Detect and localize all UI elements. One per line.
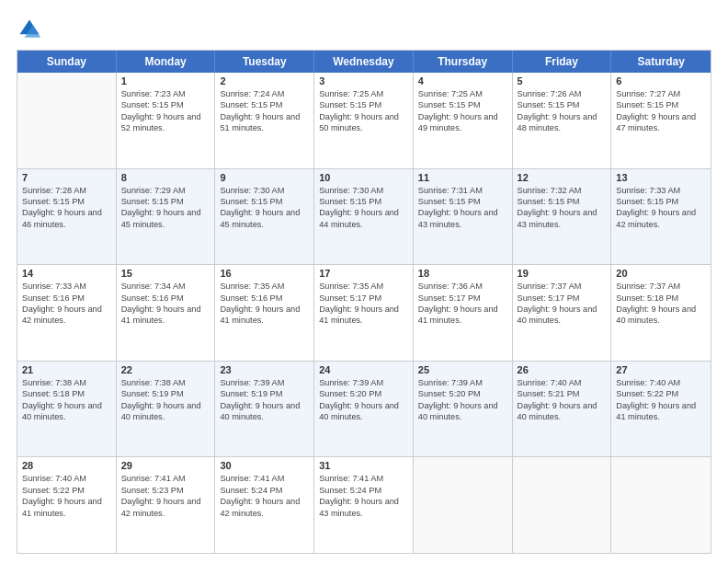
daylight-text: Daylight: 9 hours and 45 minutes. (220, 207, 309, 230)
calendar-cell-r2c5: 19Sunrise: 7:37 AMSunset: 5:17 PMDayligh… (513, 265, 612, 361)
day-number: 16 (220, 268, 309, 279)
calendar-cell-r4c4 (414, 457, 513, 553)
calendar-cell-r4c2: 30Sunrise: 7:41 AMSunset: 5:24 PMDayligh… (215, 457, 314, 553)
sunrise-text: Sunrise: 7:36 AM (418, 281, 507, 292)
logo (17, 17, 46, 42)
header-day-sunday: Sunday (17, 51, 117, 73)
day-number: 5 (518, 75, 607, 86)
day-number: 30 (220, 460, 309, 471)
calendar: SundayMondayTuesdayWednesdayThursdayFrid… (17, 50, 711, 554)
calendar-cell-r0c6: 6Sunrise: 7:27 AMSunset: 5:15 PMDaylight… (611, 73, 711, 168)
sunrise-text: Sunrise: 7:24 AM (220, 88, 309, 99)
sunrise-text: Sunrise: 7:40 AM (616, 377, 706, 388)
calendar-header: SundayMondayTuesdayWednesdayThursdayFrid… (17, 51, 711, 73)
day-number: 19 (518, 268, 607, 279)
day-number: 31 (319, 460, 408, 471)
daylight-text: Daylight: 9 hours and 43 minutes. (319, 496, 408, 519)
sunset-text: Sunset: 5:15 PM (220, 196, 309, 207)
sunrise-text: Sunrise: 7:32 AM (518, 185, 607, 196)
sunrise-text: Sunrise: 7:26 AM (518, 88, 607, 99)
day-number: 9 (220, 172, 309, 183)
sunrise-text: Sunrise: 7:37 AM (518, 281, 607, 292)
daylight-text: Daylight: 9 hours and 50 minutes. (319, 111, 408, 134)
calendar-cell-r1c1: 8Sunrise: 7:29 AMSunset: 5:15 PMDaylight… (117, 169, 216, 265)
day-number: 12 (518, 172, 607, 183)
sunset-text: Sunset: 5:15 PM (418, 196, 507, 207)
sunset-text: Sunset: 5:20 PM (319, 388, 408, 399)
calendar-row-1: 7Sunrise: 7:28 AMSunset: 5:15 PMDaylight… (17, 168, 711, 265)
page: SundayMondayTuesdayWednesdayThursdayFrid… (0, 0, 728, 563)
daylight-text: Daylight: 9 hours and 41 minutes. (616, 400, 706, 423)
calendar-cell-r2c1: 15Sunrise: 7:34 AMSunset: 5:16 PMDayligh… (117, 265, 216, 361)
daylight-text: Daylight: 9 hours and 48 minutes. (518, 111, 607, 134)
sunrise-text: Sunrise: 7:33 AM (616, 185, 706, 196)
sunset-text: Sunset: 5:15 PM (418, 99, 507, 110)
sunset-text: Sunset: 5:24 PM (319, 485, 408, 496)
sunset-text: Sunset: 5:18 PM (616, 293, 706, 304)
sunrise-text: Sunrise: 7:27 AM (616, 88, 706, 99)
header-day-friday: Friday (513, 51, 612, 73)
sunset-text: Sunset: 5:19 PM (121, 388, 210, 399)
sunset-text: Sunset: 5:15 PM (121, 99, 210, 110)
sunset-text: Sunset: 5:19 PM (220, 388, 309, 399)
calendar-cell-r0c5: 5Sunrise: 7:26 AMSunset: 5:15 PMDaylight… (513, 73, 612, 168)
logo-icon (17, 17, 42, 42)
daylight-text: Daylight: 9 hours and 40 minutes. (616, 304, 706, 327)
sunrise-text: Sunrise: 7:30 AM (319, 185, 408, 196)
sunrise-text: Sunrise: 7:40 AM (22, 473, 111, 484)
header-day-wednesday: Wednesday (314, 51, 414, 73)
header-day-tuesday: Tuesday (215, 51, 314, 73)
calendar-cell-r2c2: 16Sunrise: 7:35 AMSunset: 5:16 PMDayligh… (215, 265, 314, 361)
daylight-text: Daylight: 9 hours and 40 minutes. (319, 400, 408, 423)
day-number: 7 (22, 172, 111, 183)
calendar-cell-r4c1: 29Sunrise: 7:41 AMSunset: 5:23 PMDayligh… (117, 457, 216, 553)
day-number: 10 (319, 172, 408, 183)
header (17, 17, 711, 42)
sunrise-text: Sunrise: 7:41 AM (319, 473, 408, 484)
daylight-text: Daylight: 9 hours and 41 minutes. (121, 304, 210, 327)
sunrise-text: Sunrise: 7:37 AM (616, 281, 706, 292)
daylight-text: Daylight: 9 hours and 45 minutes. (121, 207, 210, 230)
day-number: 28 (22, 460, 111, 471)
daylight-text: Daylight: 9 hours and 40 minutes. (121, 400, 210, 423)
day-number: 21 (22, 364, 111, 375)
daylight-text: Daylight: 9 hours and 44 minutes. (319, 207, 408, 230)
sunrise-text: Sunrise: 7:39 AM (319, 377, 408, 388)
calendar-cell-r1c2: 9Sunrise: 7:30 AMSunset: 5:15 PMDaylight… (215, 169, 314, 265)
day-number: 11 (418, 172, 507, 183)
day-number: 15 (121, 268, 210, 279)
daylight-text: Daylight: 9 hours and 41 minutes. (418, 304, 507, 327)
sunset-text: Sunset: 5:23 PM (121, 485, 210, 496)
calendar-cell-r3c6: 27Sunrise: 7:40 AMSunset: 5:22 PMDayligh… (611, 362, 711, 457)
calendar-cell-r2c6: 20Sunrise: 7:37 AMSunset: 5:18 PMDayligh… (611, 265, 711, 361)
day-number: 14 (22, 268, 111, 279)
sunrise-text: Sunrise: 7:41 AM (220, 473, 309, 484)
day-number: 1 (121, 75, 210, 86)
sunset-text: Sunset: 5:22 PM (616, 388, 706, 399)
sunset-text: Sunset: 5:15 PM (616, 99, 706, 110)
day-number: 17 (319, 268, 408, 279)
sunset-text: Sunset: 5:18 PM (22, 388, 111, 399)
calendar-row-4: 28Sunrise: 7:40 AMSunset: 5:22 PMDayligh… (17, 456, 711, 553)
calendar-cell-r2c4: 18Sunrise: 7:36 AMSunset: 5:17 PMDayligh… (414, 265, 513, 361)
sunrise-text: Sunrise: 7:25 AM (319, 88, 408, 99)
day-number: 26 (518, 364, 607, 375)
sunrise-text: Sunrise: 7:31 AM (418, 185, 507, 196)
sunset-text: Sunset: 5:15 PM (319, 99, 408, 110)
sunset-text: Sunset: 5:16 PM (220, 293, 309, 304)
calendar-row-2: 14Sunrise: 7:33 AMSunset: 5:16 PMDayligh… (17, 264, 711, 361)
calendar-cell-r3c3: 24Sunrise: 7:39 AMSunset: 5:20 PMDayligh… (314, 362, 414, 457)
day-number: 8 (121, 172, 210, 183)
daylight-text: Daylight: 9 hours and 42 minutes. (22, 304, 111, 327)
day-number: 4 (418, 75, 507, 86)
calendar-cell-r0c4: 4Sunrise: 7:25 AMSunset: 5:15 PMDaylight… (414, 73, 513, 168)
sunset-text: Sunset: 5:21 PM (518, 388, 607, 399)
sunrise-text: Sunrise: 7:30 AM (220, 185, 309, 196)
calendar-cell-r3c2: 23Sunrise: 7:39 AMSunset: 5:19 PMDayligh… (215, 362, 314, 457)
calendar-cell-r0c0 (17, 73, 117, 168)
calendar-cell-r3c5: 26Sunrise: 7:40 AMSunset: 5:21 PMDayligh… (513, 362, 612, 457)
sunset-text: Sunset: 5:15 PM (518, 99, 607, 110)
calendar-cell-r1c4: 11Sunrise: 7:31 AMSunset: 5:15 PMDayligh… (414, 169, 513, 265)
daylight-text: Daylight: 9 hours and 43 minutes. (418, 207, 507, 230)
day-number: 25 (418, 364, 507, 375)
